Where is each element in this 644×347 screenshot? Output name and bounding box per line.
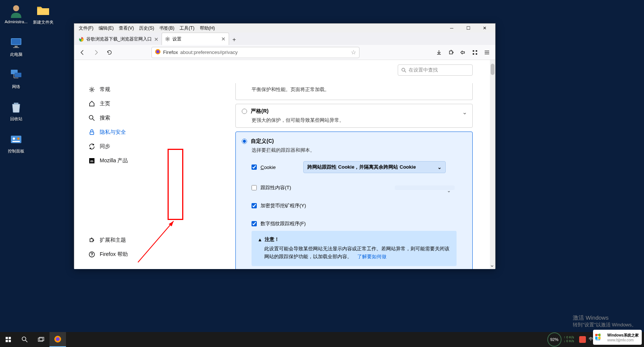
menu-file[interactable]: 文件(F) <box>76 24 96 32</box>
svg-point-0 <box>13 5 19 11</box>
fingerprint-check-row: 数字指纹跟踪程序(F) <box>252 220 466 227</box>
puzzle-icon <box>88 237 95 244</box>
menu-tools[interactable]: 工具(T) <box>177 24 196 32</box>
settings-search-input[interactable]: 在设置中查找 <box>398 64 473 76</box>
chevron-down-icon: ⌄ <box>437 165 442 170</box>
downloads-button[interactable] <box>434 47 444 58</box>
start-button[interactable] <box>0 332 16 347</box>
close-button[interactable]: ✕ <box>478 24 491 32</box>
scrollbar-thumb[interactable] <box>491 64 494 75</box>
taskview-button[interactable] <box>33 332 49 347</box>
tab-chrome-download[interactable]: 谷歌浏览器下载_浏览器官网入口 ✕ <box>76 33 162 45</box>
forward-button[interactable] <box>91 47 101 58</box>
desktop-icon-newfolder[interactable]: 新建文件夹 <box>30 3 56 32</box>
custom-radio[interactable] <box>242 139 247 144</box>
firefox-logo-icon <box>155 49 161 56</box>
option-strict[interactable]: 严格(R) 更强大的保护，但可能导致某些网站异常。 ⌄ <box>235 104 473 128</box>
extension-button[interactable] <box>446 47 456 58</box>
tab-close-icon[interactable]: ✕ <box>221 36 226 42</box>
firefox-taskbar-button[interactable] <box>49 332 66 347</box>
custom-title: 自定义(C) <box>251 138 274 145</box>
bookmark-star-icon[interactable]: ☆ <box>351 49 356 56</box>
menu-edit[interactable]: 编辑(E) <box>96 24 116 32</box>
svg-rect-20 <box>476 50 477 52</box>
sidebar-item-home[interactable]: 主页 <box>74 97 160 111</box>
chevron-down-icon[interactable]: ⌄ <box>490 261 494 268</box>
desktop-icon-recyclebin[interactable]: 回收站 <box>3 100 29 129</box>
tracking-select[interactable]: ⌄ <box>395 185 455 190</box>
menu-button[interactable] <box>482 47 492 58</box>
sidebar-item-search[interactable]: 搜索 <box>74 111 160 125</box>
svg-rect-38 <box>9 340 11 342</box>
warning-title-text: 注意！ <box>265 236 279 243</box>
back-button[interactable] <box>77 47 88 58</box>
reload-button[interactable] <box>104 47 115 58</box>
desktop-icons-col1: Administra... 此电脑 网络 回收站 控制面板 <box>3 3 29 164</box>
svg-point-39 <box>22 337 26 341</box>
tab-close-icon[interactable]: ✕ <box>154 36 159 42</box>
tracking-checkbox[interactable] <box>252 185 257 190</box>
performance-monitor[interactable]: 92% <box>547 332 562 347</box>
minimize-button[interactable]: ─ <box>445 24 458 32</box>
sidebar-item-extensions[interactable]: 扩展和主题 <box>74 233 160 247</box>
svg-point-30 <box>91 256 92 256</box>
svg-rect-45 <box>595 334 598 336</box>
strict-radio[interactable] <box>242 109 247 114</box>
svg-point-18 <box>156 50 159 53</box>
settings-main[interactable]: 在设置中查找 平衡保护和性能。页面将正常加载。 严格(R) 更强大的保护，但可能… <box>160 60 495 269</box>
search-button[interactable] <box>16 332 33 347</box>
windows-logo-icon <box>595 332 606 343</box>
svg-rect-22 <box>476 53 477 55</box>
sidebar-item-general[interactable]: 常规 <box>74 82 160 97</box>
sidebar-label: 同步 <box>100 143 110 150</box>
account-button[interactable] <box>458 47 468 58</box>
tray-icon[interactable] <box>579 336 586 343</box>
option-desc: 平衡保护和性能。页面将正常加载。 <box>242 83 466 96</box>
apps-button[interactable] <box>470 47 480 58</box>
sidebar-label: Mozilla 产品 <box>100 157 128 164</box>
cookie-select[interactable]: 跨网站跟踪性 Cookie，并隔离其余跨网站 Cookie ⌄ <box>303 161 446 173</box>
home-icon <box>88 100 95 107</box>
gear-icon <box>88 86 95 93</box>
desktop-icons-col2: 新建文件夹 <box>30 3 56 35</box>
desktop-icon-administrator[interactable]: Administra... <box>3 3 29 32</box>
warning-link[interactable]: 了解要如何做 <box>357 254 386 259</box>
cookie-check-row: Cookie 跨网站跟踪性 Cookie，并隔离其余跨网站 Cookie ⌄ <box>252 161 466 173</box>
scrollbar[interactable]: ⌄ <box>490 60 495 269</box>
fingerprint-label: 数字指纹跟踪程序(F) <box>261 220 306 227</box>
svg-rect-19 <box>473 50 474 52</box>
urlbar-brand: Firefox <box>163 49 178 55</box>
sidebar-label: 扩展和主题 <box>100 237 126 244</box>
menu-help[interactable]: 帮助(H) <box>198 24 217 32</box>
svg-rect-35 <box>6 337 8 339</box>
new-tab-button[interactable]: + <box>229 34 240 45</box>
desktop-icon-thispc[interactable]: 此电脑 <box>3 35 29 64</box>
svg-point-24 <box>89 115 93 119</box>
tab-settings[interactable]: 设置 ✕ <box>162 33 229 45</box>
svg-rect-26 <box>90 132 94 135</box>
network-icon <box>9 67 24 82</box>
option-standard[interactable]: 平衡保护和性能。页面将正常加载。 <box>235 83 473 100</box>
chevron-down-icon[interactable]: ⌄ <box>462 109 467 116</box>
crypto-checkbox[interactable] <box>252 203 257 208</box>
warning-icon: ▲ <box>258 237 262 242</box>
maximize-button[interactable]: ☐ <box>461 24 475 32</box>
settings-content: 常规 主页 搜索 隐私与安全 同步 m Mozilla 产品 <box>74 60 495 269</box>
sidebar-item-help[interactable]: Firefox 帮助 <box>74 247 160 262</box>
menu-view[interactable]: 查看(V) <box>117 24 136 32</box>
menu-history[interactable]: 历史(S) <box>137 24 156 32</box>
menu-bookmarks[interactable]: 书签(B) <box>157 24 177 32</box>
sidebar-label: Firefox 帮助 <box>100 251 128 258</box>
desktop-icon-network[interactable]: 网络 <box>3 67 29 97</box>
url-bar[interactable]: Firefox about:preferences#privacy ☆ <box>151 47 359 58</box>
desktop-icon-controlpanel[interactable]: 控制面板 <box>3 132 29 161</box>
warning-text: 此设置可能会导致某些网站无法显示内容或正常工作。若网站异常，则可能需要关闭该网站… <box>264 246 449 259</box>
svg-rect-48 <box>598 337 601 339</box>
cookie-checkbox[interactable] <box>252 165 257 170</box>
sidebar-item-mozilla[interactable]: m Mozilla 产品 <box>74 154 160 168</box>
folder-icon <box>36 3 51 18</box>
option-custom: 自定义(C) 选择要拦截的跟踪器和脚本。 Cookie 跨网站跟踪性 Cooki… <box>235 132 473 269</box>
sidebar-item-privacy[interactable]: 隐私与安全 <box>74 125 160 139</box>
fingerprint-checkbox[interactable] <box>252 221 257 226</box>
sidebar-item-sync[interactable]: 同步 <box>74 139 160 154</box>
